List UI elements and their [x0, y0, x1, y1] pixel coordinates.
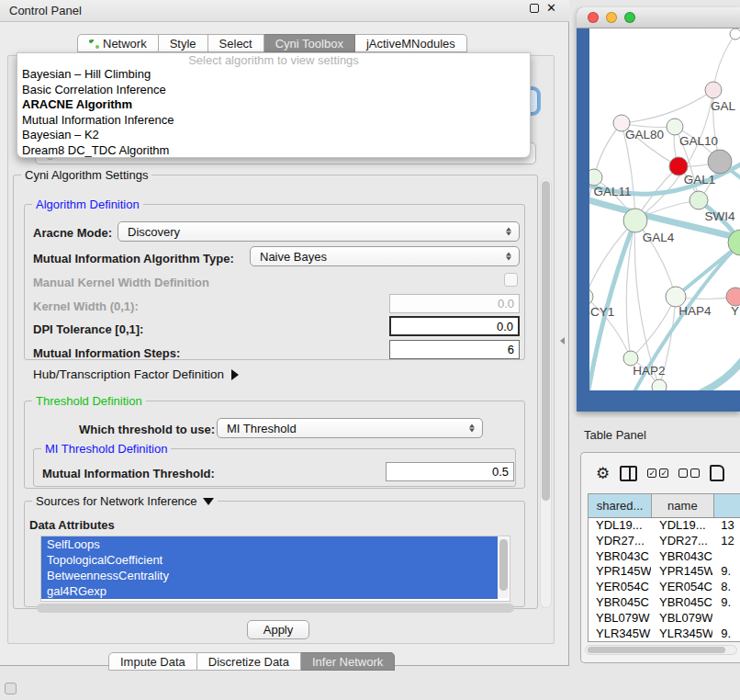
hub-definition-toggle[interactable]: Hub/Transcription Factor Definition	[33, 367, 239, 381]
column-header[interactable]: name	[652, 494, 713, 517]
column-header[interactable]: shared...	[589, 494, 652, 517]
table-row[interactable]: YBR045CYBR045C9.	[589, 595, 740, 611]
mi-type-combo[interactable]: Naive Bayes	[250, 246, 520, 266]
network-edge[interactable]	[713, 34, 735, 90]
gear-icon[interactable]: ⚙	[596, 466, 610, 481]
tab-network[interactable]: Network	[77, 34, 159, 52]
table-row[interactable]: YIL052CYIL052C9	[589, 641, 740, 642]
close-traffic-light-icon[interactable]	[588, 12, 599, 23]
columns-icon[interactable]	[620, 466, 637, 481]
table-row[interactable]: YLR345WYLR345W9.	[589, 627, 740, 642]
table-row[interactable]: YBL079WYBL079W	[589, 611, 740, 627]
new-table-icon[interactable]	[710, 465, 724, 481]
sources-group-title-row[interactable]: Sources for Network Inference	[32, 494, 218, 508]
algorithm-option[interactable]: Bayesian – K2	[17, 128, 530, 143]
close-icon[interactable]: ✕	[546, 4, 556, 13]
dpi-tolerance-field[interactable]: 0.0	[389, 316, 520, 336]
minimize-traffic-light-icon[interactable]	[606, 12, 617, 23]
mi-steps-field[interactable]: 6	[389, 340, 520, 359]
apply-button[interactable]: Apply	[247, 620, 309, 639]
tab-impute-data[interactable]: Impute Data	[108, 652, 197, 671]
table-row[interactable]: YER054CYER054C8.	[589, 580, 740, 595]
attribute-list-hscrollbar[interactable]	[37, 604, 514, 613]
attribute-list-scrollbar[interactable]	[498, 537, 509, 598]
data-attribute-item[interactable]: BetweennessCentrality	[41, 568, 498, 583]
column-header[interactable]	[714, 494, 740, 517]
network-node-gal10[interactable]	[667, 119, 683, 135]
network-node-pinktop[interactable]	[705, 82, 722, 98]
table-row[interactable]: YDR27...YDR27...12	[589, 534, 740, 549]
algorithm-dropdown-popup: Select algorithm to view settings Bayesi…	[17, 52, 531, 158]
network-node-label: HAP2	[633, 364, 665, 378]
network-edge[interactable]	[594, 123, 622, 177]
network-node-botn[interactable]	[652, 379, 667, 390]
aracne-mode-value: Discovery	[128, 225, 180, 239]
tab-discretize-data[interactable]: Discretize Data	[197, 652, 301, 671]
aracne-mode-combo[interactable]: Discovery	[118, 221, 520, 242]
float-window-icon[interactable]	[530, 4, 539, 13]
table-row[interactable]: YDL19...YDL19...13	[589, 518, 740, 534]
network-canvas[interactable]: GALGAL80GAL10GAL11GAL1SWI4GAL4GCY1HAP4YH…	[589, 28, 740, 390]
which-threshold-label: Which threshold to use:	[79, 423, 215, 436]
network-node-label: SWI4	[704, 209, 734, 223]
control-panel-title: Control Panel	[9, 4, 82, 17]
table-hscrollbar[interactable]	[585, 645, 737, 655]
table-row[interactable]: YPR145WYPR145W9.	[589, 564, 740, 580]
algorithm-option[interactable]: Bayesian – Hill Climbing	[17, 67, 530, 83]
table-row[interactable]: YBR043CYBR043C	[589, 549, 740, 565]
tab-cyni-toolbox[interactable]: Cyni Toolbox	[264, 34, 355, 52]
table-cell: YBR045C	[652, 595, 713, 611]
network-node-salmon[interactable]	[726, 288, 740, 306]
mi-threshold-field[interactable]: 0.5	[386, 462, 514, 481]
table-cell: 9	[713, 641, 740, 642]
mi-threshold-label: Mutual Information Threshold:	[42, 467, 215, 480]
cyni-bottom-tabbar: Impute DataDiscretize DataInfer Network	[108, 652, 395, 671]
network-window-titlebar[interactable]	[577, 7, 740, 28]
cyni-algorithm-settings-title: Cyni Algorithm Settings	[21, 168, 151, 182]
data-attributes-list[interactable]: SelfLoopsTopologicalCoefficientBetweenne…	[40, 536, 510, 602]
data-attribute-item[interactable]: gal4RGexp	[41, 583, 498, 599]
algorithm-option[interactable]: ARACNE Algorithm	[17, 97, 530, 113]
table-cell: 13	[713, 518, 740, 534]
algorithm-option[interactable]: Mutual Information Inference	[17, 113, 530, 129]
algorithm-option[interactable]: Dream8 DC_TDC Algorithm	[17, 143, 530, 159]
node-table[interactable]: shared...name YDL19...YDL19...13YDR27...…	[588, 493, 740, 642]
table-cell	[713, 611, 740, 627]
table-cell: 9.	[713, 627, 740, 642]
tab-label: Style	[170, 37, 196, 51]
network-tab-icon	[89, 39, 99, 49]
kernel-width-field[interactable]: 0.0	[389, 294, 520, 313]
data-attribute-item[interactable]: SelfLoops	[41, 536, 498, 552]
control-panel-titlebar[interactable]: Control Panel ✕	[0, 0, 569, 22]
network-edge-highlighted[interactable]	[683, 356, 740, 390]
table-cell: YBL079W	[589, 611, 652, 627]
network-node-gray[interactable]	[708, 150, 732, 174]
network-node-gal4[interactable]	[623, 209, 647, 232]
panel-divider-handle[interactable]	[560, 337, 565, 344]
which-threshold-combo[interactable]: MI Threshold	[217, 418, 483, 438]
network-node-ntop[interactable]	[730, 28, 740, 40]
algorithm-option[interactable]: Basic Correlation Inference	[17, 83, 530, 98]
table-toolbar: ⚙ ✓✓	[581, 453, 740, 493]
table-cell: YDL19...	[589, 518, 652, 534]
network-node-gal1[interactable]	[690, 191, 708, 209]
manual-kernel-checkbox[interactable]	[504, 273, 518, 287]
network-node-gal11[interactable]	[589, 169, 602, 186]
tab-style[interactable]: Style	[159, 34, 208, 52]
network-edge[interactable]	[622, 90, 713, 123]
table-panel-titlebar[interactable]: Table Panel	[569, 418, 740, 451]
settings-scrollbar[interactable]	[540, 178, 552, 608]
network-edge[interactable]	[634, 220, 659, 387]
network-node-gcy1[interactable]	[589, 288, 593, 305]
select-all-columns-icon[interactable]: ✓✓	[647, 469, 668, 478]
tab-infer-network[interactable]: Infer Network	[301, 652, 395, 671]
zoom-traffic-light-icon[interactable]	[624, 12, 635, 23]
table-cell: YLR345W	[652, 627, 713, 642]
tab-select[interactable]: Select	[208, 34, 264, 52]
deselect-all-columns-icon[interactable]	[678, 469, 700, 478]
tab-jactivemnodules[interactable]: jActiveMNodules	[355, 34, 467, 52]
control-panel-tabbar: NetworkStyleSelectCyni ToolboxjActiveMNo…	[77, 34, 467, 52]
data-attribute-item[interactable]: TopologicalCoefficient	[41, 552, 498, 568]
data-attributes-label: Data Attributes	[29, 518, 115, 532]
mi-threshold-group-title: MI Threshold Definition	[41, 442, 171, 456]
